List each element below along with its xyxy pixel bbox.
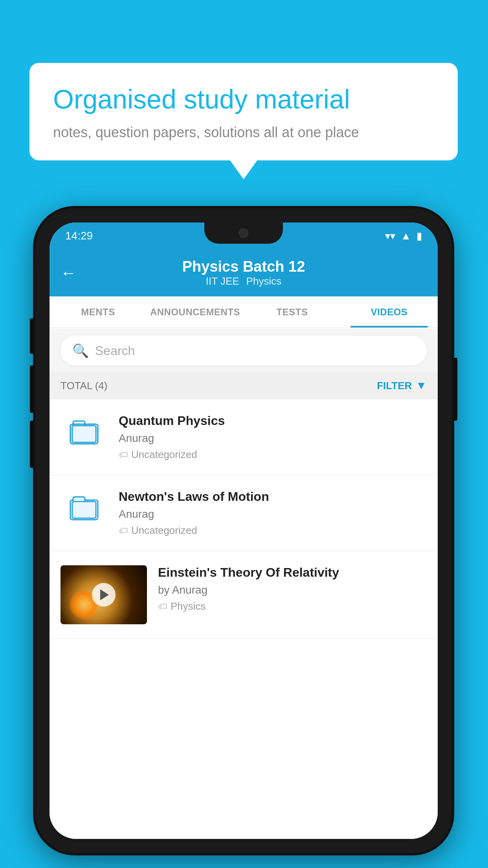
status-icons: ▾▾ ▲ ▮	[385, 230, 422, 242]
filter-button[interactable]: FILTER ▼	[377, 379, 427, 392]
item-info-einstein: Einstein's Theory Of Relativity by Anura…	[158, 565, 427, 612]
wifi-icon: ▾▾	[385, 230, 395, 242]
app-bar: ← Physics Batch 12 IIT JEE Physics	[50, 249, 438, 296]
folder-icon	[68, 416, 100, 447]
power-button	[452, 358, 457, 421]
play-icon	[100, 589, 109, 600]
video-title: Newton's Laws of Motion	[119, 489, 427, 504]
app-bar-title: Physics Batch 12	[182, 258, 305, 275]
video-author: Anurag	[119, 432, 427, 445]
svg-rect-4	[72, 426, 96, 442]
tag-icon: 🏷	[119, 449, 128, 460]
volume-up-button	[30, 318, 35, 354]
phone-screen: 14:29 ▾▾ ▲ ▮ ← Physics Batch 12 IIT JEE …	[50, 223, 438, 839]
volume-down-button	[30, 366, 35, 413]
search-input-wrapper[interactable]: 🔍 Search	[61, 336, 427, 366]
tabs-bar: MENTS ANNOUNCEMENTS TESTS VIDEOS	[50, 296, 438, 328]
svg-rect-8	[72, 502, 96, 518]
list-item[interactable]: Einstein's Theory Of Relativity by Anura…	[50, 551, 438, 639]
search-icon: 🔍	[72, 343, 89, 359]
camera-lens	[239, 228, 248, 238]
list-item[interactable]: Newton's Laws of Motion Anurag 🏷 Uncateg…	[50, 475, 438, 551]
phone-wrapper: 14:29 ▾▾ ▲ ▮ ← Physics Batch 12 IIT JEE …	[35, 208, 452, 853]
tab-ments[interactable]: MENTS	[50, 296, 147, 327]
video-title: Quantum Physics	[119, 414, 427, 428]
filter-icon: ▼	[416, 379, 427, 392]
tab-tests[interactable]: TESTS	[244, 296, 341, 327]
speech-bubble: Organised study material notes, question…	[29, 63, 458, 160]
tab-videos[interactable]: VIDEOS	[341, 296, 438, 327]
bubble-title: Organised study material	[53, 83, 434, 116]
search-bar: 🔍 Search	[50, 329, 438, 373]
video-tag: 🏷 Uncategorized	[119, 449, 427, 461]
item-thumbnail-newton	[61, 489, 108, 525]
tab-announcements[interactable]: ANNOUNCEMENTS	[147, 296, 244, 327]
subtitle-iitjee: IIT JEE	[206, 275, 239, 287]
filter-label: FILTER	[377, 380, 412, 392]
video-author: by Anurag	[158, 584, 427, 596]
filter-bar: TOTAL (4) FILTER ▼	[50, 372, 438, 399]
play-button[interactable]	[92, 583, 116, 607]
folder-icon	[68, 491, 100, 523]
subtitle-physics: Physics	[246, 275, 282, 287]
signal-icon: ▲	[401, 230, 411, 242]
item-thumbnail-quantum	[61, 414, 108, 449]
video-list: Quantum Physics Anurag 🏷 Uncategorized	[50, 399, 438, 839]
app-bar-subtitle: IIT JEE Physics	[206, 275, 281, 287]
search-placeholder: Search	[95, 344, 135, 358]
video-tag: 🏷 Uncategorized	[119, 524, 427, 537]
bubble-subtitle: notes, question papers, solutions all at…	[53, 124, 434, 141]
video-author: Anurag	[119, 508, 427, 520]
notch	[204, 223, 283, 244]
item-thumbnail-einstein	[61, 565, 147, 624]
video-tag: 🏷 Physics	[158, 600, 427, 612]
video-title: Einstein's Theory Of Relativity	[158, 565, 427, 580]
camera-button	[30, 421, 35, 468]
battery-icon: ▮	[416, 230, 422, 242]
tag-icon: 🏷	[119, 525, 128, 536]
list-item[interactable]: Quantum Physics Anurag 🏷 Uncategorized	[50, 399, 438, 475]
back-button[interactable]: ←	[61, 264, 76, 282]
tag-icon: 🏷	[158, 601, 167, 612]
item-info-quantum: Quantum Physics Anurag 🏷 Uncategorized	[119, 414, 427, 461]
total-count: TOTAL (4)	[61, 380, 107, 392]
item-info-newton: Newton's Laws of Motion Anurag 🏷 Uncateg…	[119, 489, 427, 537]
status-time: 14:29	[65, 230, 93, 242]
